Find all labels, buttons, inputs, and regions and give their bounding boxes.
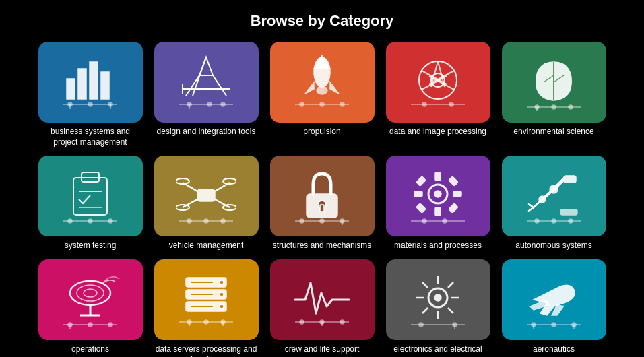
radar-icon — [60, 269, 121, 330]
svg-point-5 — [68, 102, 72, 106]
svg-rect-86 — [449, 203, 458, 213]
svg-line-139 — [448, 282, 453, 288]
svg-rect-79 — [435, 172, 441, 181]
svg-point-104 — [84, 289, 97, 297]
svg-line-61 — [215, 199, 230, 207]
category-environmental[interactable]: environmental science — [500, 42, 608, 148]
icon-box-materials — [386, 156, 490, 236]
svg-point-68 — [204, 219, 208, 223]
svg-point-101 — [569, 219, 573, 223]
svg-line-96 — [534, 199, 542, 207]
label-system-testing: system testing — [65, 240, 117, 251]
svg-point-6 — [88, 102, 92, 106]
svg-point-110 — [108, 323, 112, 327]
chart-icon — [60, 52, 121, 112]
category-design-integration[interactable]: design and integration tools — [152, 42, 260, 148]
category-business-systems[interactable]: business systems and project management — [36, 42, 144, 148]
plane-icon — [523, 269, 584, 330]
svg-rect-81 — [414, 191, 422, 197]
heartbeat-icon — [292, 269, 352, 330]
svg-point-144 — [453, 323, 457, 327]
drone-icon — [176, 166, 236, 226]
svg-rect-80 — [435, 207, 441, 216]
aperture-icon — [408, 52, 468, 112]
category-autonomous[interactable]: autonomous systems — [500, 156, 608, 251]
category-operations[interactable]: operations — [36, 259, 144, 357]
svg-point-54 — [68, 219, 72, 223]
icon-box-crew — [270, 259, 375, 340]
label-electronics: electronics and electrical power — [386, 344, 490, 357]
category-materials[interactable]: materials and processes — [384, 156, 492, 251]
svg-point-99 — [535, 219, 539, 223]
svg-point-87 — [434, 191, 441, 197]
icon-box-structures — [270, 156, 375, 236]
leaf-icon — [523, 52, 584, 112]
svg-point-47 — [569, 105, 573, 109]
svg-point-18 — [207, 102, 212, 106]
category-data-servers[interactable]: data servers processing and handling — [152, 259, 260, 357]
label-business-systems: business systems and project management — [38, 127, 143, 148]
page-title: Browse by Category — [251, 12, 394, 30]
svg-rect-3 — [101, 72, 109, 99]
svg-rect-91 — [564, 176, 576, 183]
svg-point-143 — [419, 323, 423, 327]
icon-box-data-servers — [154, 259, 259, 340]
svg-point-29 — [340, 102, 344, 106]
category-crew[interactable]: crew and life support — [268, 259, 376, 357]
svg-point-25 — [317, 86, 327, 94]
svg-line-13 — [213, 75, 226, 96]
icon-box-system-testing — [38, 156, 143, 236]
svg-point-90 — [443, 219, 447, 223]
rocket-icon — [292, 52, 352, 112]
svg-line-138 — [448, 308, 453, 313]
svg-point-100 — [552, 219, 556, 223]
label-operations: operations — [71, 344, 109, 355]
svg-rect-0 — [67, 79, 75, 99]
category-vehicle-mgmt[interactable]: vehicle management — [152, 156, 260, 251]
category-data-image[interactable]: data and image processing — [384, 42, 492, 148]
icon-box-autonomous — [502, 156, 606, 236]
svg-point-27 — [300, 102, 304, 106]
icon-box-electronics — [386, 259, 490, 340]
svg-rect-84 — [449, 176, 458, 186]
label-aeronautics: aeronautics — [533, 344, 575, 355]
svg-rect-82 — [453, 191, 461, 197]
label-design: design and integration tools — [157, 127, 256, 137]
category-electronics[interactable]: electronics and electrical power — [384, 259, 492, 357]
category-structures[interactable]: structures and mechanisms — [268, 156, 376, 251]
icon-box-data-image — [386, 42, 490, 123]
icon-box-aeronautics — [502, 259, 606, 340]
clipboard-icon — [60, 166, 121, 226]
label-autonomous: autonomous systems — [515, 240, 591, 251]
icon-box-vehicle — [154, 156, 259, 236]
power-icon — [408, 269, 468, 330]
arm-icon — [523, 166, 584, 226]
category-aeronautics[interactable]: aeronautics — [500, 259, 608, 357]
icon-box-environmental — [502, 42, 606, 123]
svg-point-103 — [77, 285, 104, 301]
svg-point-76 — [340, 219, 344, 223]
svg-rect-57 — [197, 189, 215, 201]
category-propulsion[interactable]: propulsion — [268, 42, 376, 148]
svg-point-17 — [187, 102, 191, 106]
svg-point-113 — [220, 280, 224, 284]
svg-point-46 — [552, 105, 556, 109]
svg-point-147 — [532, 323, 536, 327]
category-system-testing[interactable]: system testing — [36, 156, 144, 251]
svg-point-123 — [204, 320, 208, 324]
svg-line-137 — [422, 282, 428, 288]
svg-rect-72 — [320, 205, 324, 212]
label-propulsion: propulsion — [303, 127, 340, 137]
label-environmental: environmental science — [513, 127, 593, 137]
svg-rect-85 — [416, 203, 426, 213]
svg-point-89 — [422, 219, 426, 223]
svg-point-69 — [221, 219, 225, 223]
svg-point-28 — [320, 102, 324, 106]
svg-point-129 — [320, 320, 324, 324]
category-grid: business systems and project management — [36, 42, 608, 357]
label-vehicle: vehicle management — [169, 240, 244, 251]
svg-point-108 — [68, 323, 72, 327]
gear-icon — [408, 166, 468, 226]
svg-point-109 — [88, 323, 92, 327]
svg-point-115 — [220, 292, 224, 296]
